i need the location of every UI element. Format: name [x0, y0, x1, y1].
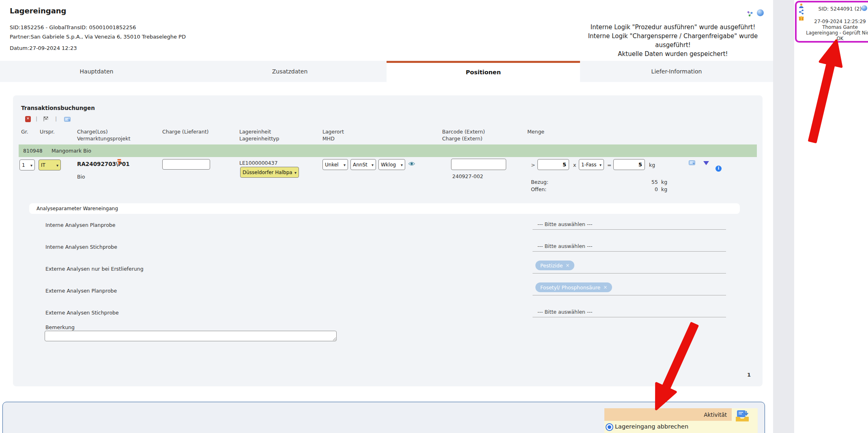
side-gutter: [773, 0, 794, 433]
col-menge: Menge: [527, 128, 544, 135]
delete-icon[interactable]: [25, 116, 31, 122]
lagerort-select[interactable]: Unkel: [322, 159, 348, 170]
dropdown-triangle-icon[interactable]: [703, 161, 709, 165]
card-status: Lagereingang - Geprüft Nicht OK: [803, 30, 868, 41]
analyse-field-line-3[interactable]: [533, 266, 726, 274]
menge-equals: =: [607, 162, 611, 168]
col-urspr: Urspr.: [40, 128, 55, 135]
cancel-radio-label: Lagereingang abbrechen: [615, 423, 688, 430]
cancel-radio[interactable]: [606, 423, 613, 431]
activity-button[interactable]: Aktivität: [604, 408, 732, 421]
chevron-down-icon: [56, 162, 58, 168]
origin-select[interactable]: IT: [39, 159, 61, 170]
lagereinheit-number: LE1000000437: [239, 160, 277, 166]
toolbar-separator-2: |: [55, 116, 57, 122]
share-nodes-icon[interactable]: [747, 11, 753, 17]
menge-unit: kg: [649, 162, 655, 168]
bezug-unit: kg: [661, 179, 667, 185]
bezug-label: Bezug:: [531, 179, 548, 185]
group-row[interactable]: 810948 Mangomark Bio: [19, 144, 757, 157]
chevron-down-icon: [30, 162, 32, 168]
col-barcode: Barcode (Extern) Charge (Extern): [442, 128, 485, 142]
analyse-label-1: Interne Analysen Planprobe: [45, 222, 115, 228]
wklog-select[interactable]: Wklog: [378, 159, 405, 170]
charge-extern-value: 240927-002: [452, 173, 483, 179]
checkered-flag-icon[interactable]: [43, 116, 49, 122]
analyse-field-line-1[interactable]: [533, 222, 726, 230]
analyse-label-5: Externe Analysen Stichprobe: [45, 310, 119, 316]
page-number[interactable]: 1: [747, 372, 751, 378]
menge-gt: >: [531, 162, 535, 168]
page-title: Lagereingang: [10, 6, 67, 15]
bezug-value: 55: [627, 179, 658, 185]
chevron-down-icon: [294, 170, 296, 175]
tab-positionen[interactable]: Positionen: [387, 61, 580, 84]
card-timestamp: 27-09-2024 12:25:29: [803, 19, 868, 25]
charge-number: RA24092703\P01: [77, 161, 130, 167]
analyse-label-3: Externe Analysen nur bei Erstlieferung: [45, 266, 144, 272]
menge-total-input[interactable]: [613, 159, 645, 170]
section-title: Transaktionsbuchungen: [21, 105, 95, 111]
menge-times: x: [573, 162, 576, 168]
status-messages: Interne Logik "Prozedur ausführen" wurde…: [578, 23, 768, 58]
activity-label: Aktivität: [704, 411, 727, 418]
chevron-down-icon: [401, 162, 403, 168]
tab-zusatzdaten[interactable]: Zusatzdaten: [193, 61, 387, 82]
positions-panel: Transaktionsbuchungen | | Gr. Urspr. Cha…: [13, 95, 763, 386]
menge-unit-select[interactable]: 1-Fass: [579, 159, 604, 170]
bemerkung-textarea[interactable]: [45, 331, 337, 341]
charge-lieferant-input[interactable]: [162, 159, 210, 170]
page: { "colors": { "tab_accent": "#c4562e", "…: [0, 0, 868, 433]
col-lagereinheit: Lagereinheit Lagereinheittyp: [239, 128, 279, 142]
charge-projekt: Bio: [77, 174, 85, 180]
status-message-1: Interne Logik "Prozedur ausführen" wurde…: [578, 23, 768, 32]
tab-liefer-information[interactable]: Liefer-Information: [580, 61, 773, 82]
annotation-arrow-right: [809, 41, 841, 142]
tab-hauptdaten[interactable]: Hauptdaten: [0, 61, 193, 82]
card-sphere-icon: [862, 5, 867, 11]
annst-select[interactable]: AnnSt: [350, 159, 376, 170]
group-row-name: Mangomark Bio: [52, 148, 91, 154]
analyse-label-2: Interne Analysen Stichprobe: [45, 244, 117, 250]
note-icon[interactable]: [64, 117, 71, 122]
col-gr: Gr.: [21, 128, 28, 135]
col-charge-lieferant: Charge (Lieferant): [162, 128, 208, 135]
analyse-section-header: Analyseparameter Wareneingang: [29, 203, 740, 214]
col-lagerort: Lagerort MHD: [322, 128, 344, 142]
eye-icon[interactable]: [408, 162, 415, 166]
col-charge-los: Charge(Los) Vermarktungsprojekt: [77, 128, 130, 142]
info-icon[interactable]: [715, 166, 722, 172]
chevron-down-icon: [372, 162, 374, 168]
hot-charge-icon[interactable]: [117, 159, 121, 165]
analyse-label-4: Externe Analysen Planprobe: [45, 288, 117, 294]
partner-line: Partner:San Gabriele S.p.A., Via Venezia…: [10, 34, 186, 40]
analyse-field-line-2[interactable]: [533, 244, 726, 252]
card-sid: SID: 5244091 (2): [803, 6, 868, 12]
position-select[interactable]: 1: [19, 159, 35, 170]
group-row-number: 810948: [23, 148, 43, 154]
offen-label: Offen:: [531, 186, 546, 192]
menge-qty-input[interactable]: [537, 159, 569, 170]
offen-unit: kg: [661, 186, 667, 192]
sphere-icon[interactable]: [757, 9, 764, 16]
chevron-down-icon: [344, 162, 346, 168]
status-message-3: Aktuelle Daten wurden gespeichert!: [578, 50, 768, 58]
send-activity-icon[interactable]: [735, 410, 750, 422]
status-card[interactable]: SID: 5244091 (2) 27-09-2024 12:25:29 Tho…: [795, 1, 868, 43]
analyse-field-line-4[interactable]: [533, 288, 726, 295]
row-note-icon[interactable]: [689, 160, 695, 165]
analyse-field-line-5[interactable]: [533, 310, 726, 317]
bemerkung-label: Bemerkung: [45, 324, 75, 330]
toolbar-separator: |: [36, 116, 37, 122]
date-line: Datum:27-09-2024 12:23: [10, 45, 77, 51]
status-message-2: Interne Logik "Chargensperre / Chargenfr…: [578, 32, 768, 50]
card-user: Thomas Gante: [803, 25, 868, 30]
analyse-section-title: Analyseparameter Wareneingang: [37, 206, 118, 211]
lagereinheittyp-select[interactable]: Düsseldorfer Halbpa: [240, 167, 299, 178]
chevron-down-icon: [599, 162, 602, 168]
tab-bar: Hauptdaten Zusatzdaten Positionen Liefer…: [0, 61, 773, 82]
sid-line: SID:1852256 - GlobalTransID: 05001001852…: [10, 24, 136, 30]
barcode-extern-input[interactable]: [451, 159, 506, 170]
offen-value: 0: [627, 186, 658, 192]
